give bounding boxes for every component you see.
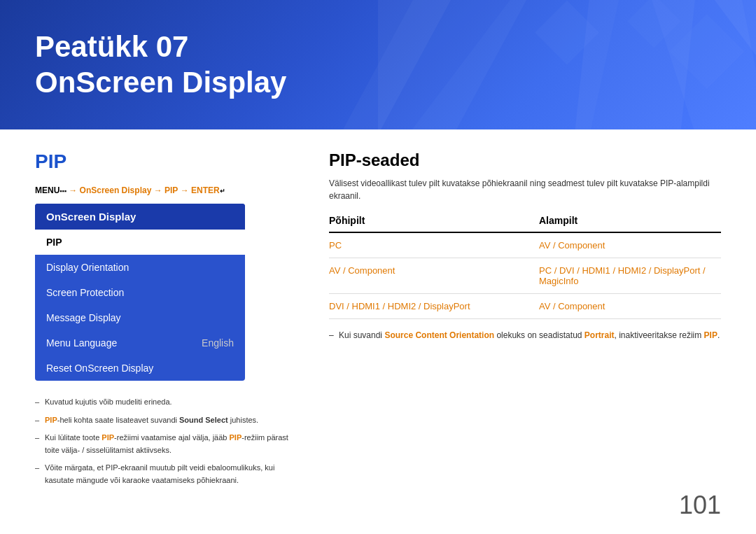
note-4: Võite märgata, et PIP-ekraanil muutub pi… <box>35 462 301 486</box>
menu-path-menu-label: MENU <box>35 185 59 195</box>
table-row: PC AV / Component <box>329 233 721 258</box>
menu-item-message-display[interactable]: Message Display <box>35 305 245 330</box>
menu-title: OnScreen Display <box>35 204 245 230</box>
menu-path: MENU▪▪▪ → OnScreen Display → PIP → ENTER… <box>35 185 301 195</box>
right-panel: PIP-seaded Välisest videoallikast tulev … <box>329 150 721 493</box>
right-description: Välisest videoallikast tulev pilt kuvata… <box>329 177 721 202</box>
table-cell-main-2: AV / Component <box>329 265 539 286</box>
menu-item-menu-language[interactable]: Menu Language English <box>35 330 245 356</box>
table-cell-alt-2: PC / DVI / HDMI1 / HDMI2 / DisplayPort /… <box>539 265 721 286</box>
right-section-title: PIP-seaded <box>329 150 721 170</box>
header-title-block: Peatükk 07 OnScreen Display <box>35 29 286 100</box>
left-section-title: PIP <box>35 150 301 173</box>
note-2: PIP-heli kohta saate lisateavet suvandi … <box>35 414 301 427</box>
onscreen-menu: OnScreen Display PIP Display Orientation… <box>35 204 245 381</box>
table-header-main: Põhipilt <box>329 215 539 226</box>
section-label: OnScreen Display <box>35 66 286 99</box>
chapter-label: Peatükk 07 <box>35 30 188 63</box>
table-header-alt: Alampilt <box>539 215 721 226</box>
table-cell-main-1: PC <box>329 240 539 251</box>
left-notes: Kuvatud kujutis võib mudeliti erineda. P… <box>35 396 301 487</box>
note-1: Kuvatud kujutis võib mudeliti erineda. <box>35 396 301 409</box>
menu-item-menu-language-value: English <box>202 337 234 349</box>
table-cell-alt-1: AV / Component <box>539 240 721 251</box>
menu-item-reset[interactable]: Reset OnScreen Display <box>35 356 245 381</box>
left-panel: PIP MENU▪▪▪ → OnScreen Display → PIP → E… <box>35 150 301 493</box>
menu-item-pip[interactable]: PIP <box>35 230 245 255</box>
table-cell-alt-3: AV / Component <box>539 301 721 311</box>
table-cell-main-3: DVI / HDMI1 / HDMI2 / DisplayPort <box>329 301 539 311</box>
table-row: DVI / HDMI1 / HDMI2 / DisplayPort AV / C… <box>329 294 721 319</box>
page-number: 101 <box>679 491 721 520</box>
page-header: Peatükk 07 OnScreen Display <box>0 0 756 129</box>
menu-item-screen-protection[interactable]: Screen Protection <box>35 280 245 305</box>
table-header: Põhipilt Alampilt <box>329 215 721 233</box>
menu-item-display-orientation[interactable]: Display Orientation <box>35 255 245 280</box>
right-note: Kui suvandi Source Content Orientation o… <box>329 329 721 342</box>
menu-path-nav: → OnScreen Display → PIP → ENTER <box>69 185 219 195</box>
table-row: AV / Component PC / DVI / HDMI1 / HDMI2 … <box>329 258 721 294</box>
menu-item-menu-language-label: Menu Language <box>46 337 117 349</box>
note-3: Kui lülitate toote PIP-režiimi vaatamise… <box>35 432 301 456</box>
chapter-title: Peatükk 07 OnScreen Display <box>35 29 286 100</box>
main-content: PIP MENU▪▪▪ → OnScreen Display → PIP → E… <box>0 129 756 514</box>
